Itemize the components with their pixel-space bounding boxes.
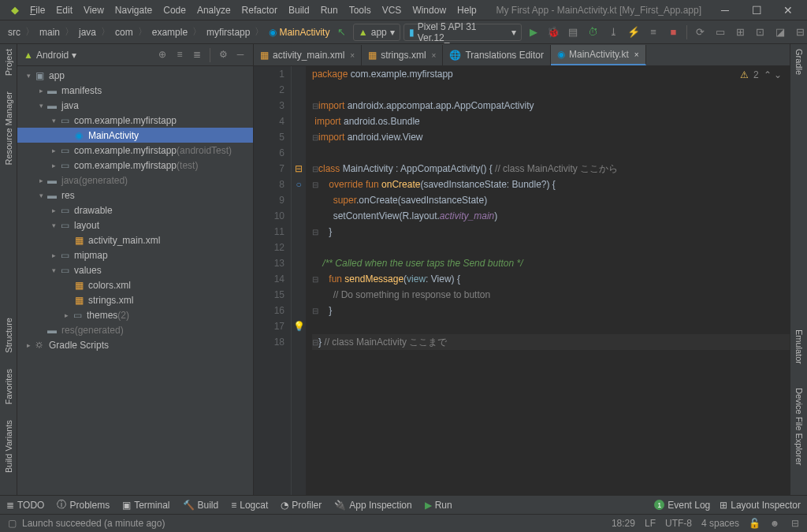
close-button[interactable]: ✕ [775, 2, 801, 18]
tab-main-activity[interactable]: ◉MainActivity.kt× [551, 45, 646, 65]
event-log[interactable]: 1Event Log [654, 500, 710, 511]
tool-build-variants[interactable]: Build Variants [4, 420, 13, 473]
tree-manifests[interactable]: ▸▬manifests [17, 83, 253, 98]
tree-activity-main-xml[interactable]: ▦activity_main.xml [17, 233, 253, 247]
menu-run[interactable]: Run [316, 3, 343, 17]
inspection-widget[interactable]: ⚠ 2 ⌃ ⌄ [740, 69, 782, 80]
menu-build[interactable]: Build [284, 3, 314, 17]
tree-strings-xml[interactable]: ▦strings.xml [17, 292, 253, 307]
memory-icon[interactable]: ☻ [769, 518, 780, 529]
tool-emulator[interactable]: Emulator [794, 329, 804, 364]
breadcrumb-example[interactable]: example [149, 25, 191, 39]
tree-app[interactable]: ▾▣app [17, 68, 253, 83]
tab-translations[interactable]: 🌐Translations Editor [443, 45, 551, 65]
close-icon[interactable]: × [350, 51, 355, 60]
menu-vcs[interactable]: VCS [377, 3, 407, 17]
tree-package-test[interactable]: ▸▭com.example.myfirstapp (test) [17, 158, 253, 173]
breadcrumb-myfirstapp[interactable]: myfirstapp [203, 25, 253, 39]
tab-strings-xml[interactable]: ▦strings.xml× [362, 45, 443, 65]
tool-build[interactable]: 🔨Build [183, 500, 219, 511]
coverage-button[interactable]: ▤ [565, 24, 582, 41]
tray-icon[interactable]: ▢ [6, 518, 17, 529]
tool-device-file-explorer[interactable]: Device File Explorer [794, 388, 804, 465]
tool-profiler[interactable]: ◔Profiler [281, 500, 322, 511]
code-editor[interactable]: 123456789101112131415161718 ⊟ ○ 💡 ⚠ 2 ⌃ … [254, 66, 790, 495]
file-encoding[interactable]: UTF-8 [665, 518, 692, 529]
breadcrumb-main[interactable]: main [36, 25, 63, 39]
tool-problems[interactable]: ⓘProblems [57, 498, 110, 512]
attach-debugger-button[interactable]: ⤓ [604, 24, 621, 41]
stop-button[interactable]: ■ [665, 24, 682, 41]
cursor-position[interactable]: 18:29 [612, 518, 635, 529]
menu-tools[interactable]: Tools [344, 3, 376, 17]
code-content[interactable]: ⚠ 2 ⌃ ⌄ package com.example.myfirstapp ⊟… [306, 66, 790, 495]
apply-changes-button[interactable]: ⚡ [625, 24, 642, 41]
maximize-button[interactable]: ☐ [744, 2, 769, 18]
chevron-icons[interactable]: ⌃ ⌄ [764, 69, 782, 80]
expand-icon[interactable]: ≡ [173, 48, 186, 61]
tool-app-inspection[interactable]: 🔌App Inspection [334, 500, 411, 511]
breadcrumb-current[interactable]: ◉MainActivity [266, 25, 333, 39]
menu-navigate[interactable]: Navigate [110, 3, 157, 17]
override-gutter-icon[interactable]: ○ [292, 177, 306, 192]
project-tree[interactable]: ▾▣app ▸▬manifests ▾▬java ▾▭com.example.m… [17, 66, 253, 495]
close-icon[interactable]: × [432, 51, 437, 60]
menu-help[interactable]: Help [452, 3, 482, 17]
menu-window[interactable]: Window [407, 3, 451, 17]
settings-icon[interactable]: ⚙ [217, 48, 229, 61]
tree-values[interactable]: ▾▭values [17, 262, 253, 277]
collapse-icon[interactable]: ≣ [191, 48, 203, 61]
menu-analyze[interactable]: Analyze [192, 3, 236, 17]
tool-resource-manager[interactable]: Resource Manager [4, 91, 13, 166]
readonly-icon[interactable]: 🔓 [749, 518, 760, 529]
back-icon[interactable]: ↖ [333, 24, 349, 41]
class-gutter-icon[interactable]: ⊟ [292, 161, 306, 177]
process-icon[interactable]: ⊟ [790, 518, 801, 529]
intention-bulb-icon[interactable]: 💡 [292, 318, 306, 334]
profile-button[interactable]: ⏱ [585, 24, 601, 41]
tool-project[interactable]: Project [4, 49, 13, 76]
tool-todo[interactable]: ≣TODO [6, 500, 44, 511]
tool-favorites[interactable]: Favorites [4, 369, 13, 404]
run-configuration-selector[interactable]: ▲ app ▾ [353, 24, 400, 41]
sync-button[interactable]: ⟳ [692, 24, 708, 41]
tab-activity-main[interactable]: ▦activity_main.xml× [254, 45, 362, 65]
tree-res-generated[interactable]: ▬res (generated) [17, 322, 253, 337]
breadcrumb-java[interactable]: java [76, 25, 99, 39]
menu-file[interactable]: FFileile [25, 3, 50, 17]
tree-layout[interactable]: ▾▭layout [17, 218, 253, 233]
minimize-button[interactable]: ─ [712, 2, 738, 18]
indent-config[interactable]: 4 spaces [701, 518, 739, 529]
project-view-selector[interactable]: ▲ Android ▾ [24, 50, 76, 61]
menu-view[interactable]: View [79, 3, 109, 17]
close-icon[interactable]: × [634, 50, 639, 59]
tool-structure[interactable]: Structure [4, 318, 13, 353]
resource-button[interactable]: ◪ [772, 24, 789, 41]
tree-package-androidtest[interactable]: ▸▭com.example.myfirstapp (androidTest) [17, 143, 253, 158]
tree-main-activity[interactable]: ◉MainActivity [17, 128, 253, 143]
debug-button[interactable]: 🐞 [545, 24, 561, 41]
tool-gradle[interactable]: Gradle [794, 49, 804, 75]
menu-refactor[interactable]: Refactor [237, 3, 282, 17]
menu-edit[interactable]: Edit [51, 3, 77, 17]
tool-run[interactable]: ▶Run [425, 500, 452, 511]
tree-colors-xml[interactable]: ▦colors.xml [17, 277, 253, 292]
avd-manager-button[interactable]: ▭ [712, 24, 728, 41]
line-separator[interactable]: LF [645, 518, 656, 529]
unknown-tool-button[interactable]: ⊡ [752, 24, 768, 41]
structure-button[interactable]: ⊟ [792, 24, 807, 41]
device-selector[interactable]: ▮ Pixel 5 API 31 Ver.12_ ▾ [404, 24, 522, 41]
tree-drawable[interactable]: ▸▭drawable [17, 203, 253, 218]
tree-themes[interactable]: ▸▭themes (2) [17, 307, 253, 322]
tool-logcat[interactable]: ≡Logcat [231, 500, 268, 511]
sdk-manager-button[interactable]: ⊞ [732, 24, 749, 41]
tree-java-generated[interactable]: ▸▬java (generated) [17, 173, 253, 188]
breadcrumb-com[interactable]: com [112, 25, 136, 39]
layout-inspector[interactable]: ⊞Layout Inspector [720, 500, 801, 511]
tree-gradle-scripts[interactable]: ▸⛭Gradle Scripts [17, 337, 253, 352]
menu-code[interactable]: Code [158, 3, 191, 17]
hide-icon[interactable]: ─ [234, 48, 247, 61]
apply-code-button[interactable]: ≡ [645, 24, 661, 41]
tree-java[interactable]: ▾▬java [17, 98, 253, 113]
tree-package[interactable]: ▾▭com.example.myfirstapp [17, 113, 253, 128]
